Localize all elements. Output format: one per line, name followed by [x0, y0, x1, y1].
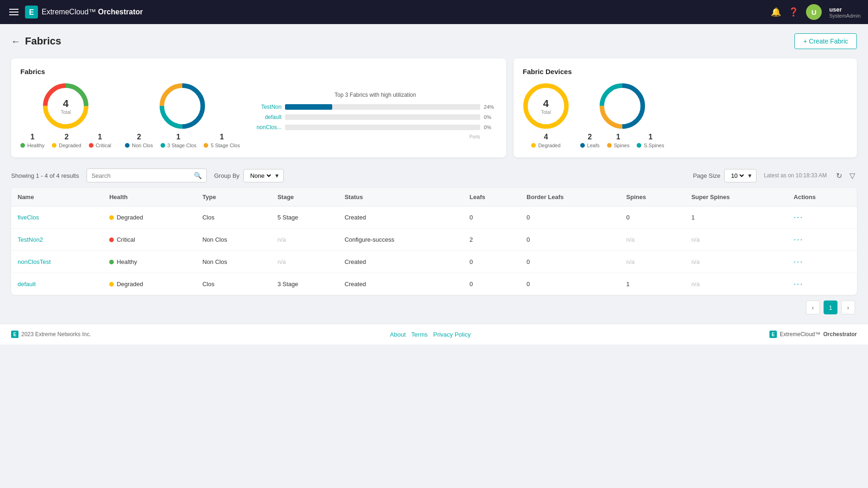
fabrics-card-title: Fabrics: [20, 68, 497, 75]
cards-row: Fabrics: [11, 58, 857, 157]
bar-pct-1: 0%: [484, 114, 497, 120]
table-row: nonClosTest Healthy Non Clos n/a Created…: [11, 251, 857, 273]
latest-text: Latest as on 10:18:33 AM: [764, 172, 827, 179]
health-total-number: 4: [61, 98, 71, 110]
nonclos-dot: [125, 143, 130, 148]
filter-button[interactable]: ▽: [848, 169, 857, 182]
actions-menu-button[interactable]: ···: [794, 279, 803, 288]
search-box[interactable]: 🔍: [87, 169, 207, 182]
health-status-dot: [109, 260, 114, 264]
next-page-button[interactable]: ›: [841, 300, 855, 314]
prev-page-button[interactable]: ‹: [806, 300, 820, 314]
cell-stage: n/a: [271, 229, 338, 251]
5stage-dot: [204, 143, 208, 148]
page-size-select-wrap[interactable]: 10 25 50 ▾: [724, 169, 756, 182]
footer-brand-icon: E: [769, 331, 777, 338]
spines-dot: [607, 143, 612, 148]
table-header: Name Health Type Stage Status Leafs Bord…: [11, 188, 857, 206]
fabrics-inner: 4 Total 1 Healthy 2: [20, 83, 497, 148]
footer-privacy-link[interactable]: Privacy Policy: [433, 331, 471, 338]
cell-actions[interactable]: ···: [787, 206, 857, 229]
help-icon[interactable]: ❓: [788, 7, 799, 17]
cell-name: default: [11, 273, 103, 295]
legend-nonclos: 2 Non Clos: [125, 133, 153, 148]
cell-leafs: 0: [463, 251, 520, 273]
footer-terms-link[interactable]: Terms: [411, 331, 428, 338]
footer-about-link[interactable]: About: [390, 331, 406, 338]
back-button[interactable]: ←: [11, 36, 20, 47]
chevron-down-icon-2: ▾: [748, 172, 751, 179]
page-content: ← Fabrics + Create Fabric Fabrics: [0, 24, 868, 324]
bar-pct-2: 0%: [484, 125, 497, 130]
showing-text: Showing 1 - 4 of 4 results: [11, 172, 79, 179]
table-row: TestNon2 Critical Non Clos n/a Configure…: [11, 229, 857, 251]
cell-health: Healthy: [103, 251, 196, 273]
toolbar-icons: ↻ ▽: [834, 169, 857, 182]
svg-text:E: E: [13, 332, 17, 337]
footer-brand: ExtremeCloud™: [780, 331, 820, 338]
devices-legend-degraded: 4 Degraded: [531, 133, 560, 148]
cell-status: Created: [338, 251, 463, 273]
page-1-button[interactable]: 1: [824, 300, 837, 314]
devices-health-legend: 4 Degraded: [531, 133, 560, 148]
group-by-select[interactable]: None: [248, 172, 273, 180]
actions-menu-button[interactable]: ···: [794, 213, 803, 222]
health-label: Critical: [117, 236, 135, 243]
cell-border-leafs: 0: [520, 251, 620, 273]
devices-card-title: Fabric Devices: [523, 68, 848, 75]
bar-axis-label: Ports: [254, 134, 496, 139]
group-by-control: Group By None ▾: [214, 169, 284, 182]
cell-health: Critical: [103, 229, 196, 251]
devices-type-legend: 2 Leafs 1 Spines: [580, 133, 664, 148]
health-status-dot: [109, 238, 114, 242]
create-fabric-button[interactable]: + Create Fabric: [794, 33, 857, 49]
menu-button[interactable]: [7, 7, 20, 17]
type-legend: 2 Non Clos 1 3 Stage Clos: [125, 133, 240, 148]
cell-leafs: 2: [463, 229, 520, 251]
col-spines: Spines: [620, 188, 685, 206]
actions-menu-button[interactable]: ···: [794, 235, 803, 244]
cell-name: nonClosTest: [11, 251, 103, 273]
cell-status: Configure-success: [338, 229, 463, 251]
footer-product: Orchestrator: [823, 331, 857, 338]
brand-logo: E ExtremeCloud™ Orchestrator: [25, 6, 143, 19]
cell-actions[interactable]: ···: [787, 251, 857, 273]
refresh-button[interactable]: ↻: [834, 169, 844, 182]
health-total-label: Total: [61, 110, 71, 115]
page-title: Fabrics: [25, 35, 61, 47]
actions-menu-button[interactable]: ···: [794, 257, 803, 266]
group-by-label: Group By: [214, 172, 240, 179]
avatar[interactable]: U: [806, 4, 822, 20]
notification-icon[interactable]: 🔔: [771, 7, 781, 17]
legend-critical: 1 Critical: [89, 133, 112, 148]
devices-legend-leafs: 2 Leafs: [580, 133, 600, 148]
bar-track-0: [285, 104, 480, 110]
header-right: 🔔 ❓ U user SystemAdmin: [771, 4, 861, 20]
header: E ExtremeCloud™ Orchestrator 🔔 ❓ U user …: [0, 0, 868, 24]
search-input[interactable]: [92, 172, 191, 179]
svg-text:E: E: [772, 332, 775, 337]
degraded-dot: [52, 143, 56, 148]
table-row: default Degraded Clos 3 Stage Created 0 …: [11, 273, 857, 295]
bar-row-2: nonClos... 0%: [254, 124, 496, 131]
cell-stage: n/a: [271, 251, 338, 273]
user-name: user: [829, 6, 861, 13]
devices-legend-sspines: 1 S.Spines: [637, 133, 664, 148]
col-super-spines: Super Spines: [685, 188, 787, 206]
col-health: Health: [103, 188, 196, 206]
cell-border-leafs: 0: [520, 206, 620, 229]
cell-health: Degraded: [103, 273, 196, 295]
cell-name: TestNon2: [11, 229, 103, 251]
cell-border-leafs: 0: [520, 273, 620, 295]
cell-actions[interactable]: ···: [787, 229, 857, 251]
fabrics-card: Fabrics: [11, 58, 506, 157]
devices-inner: 4 Total 4 Degraded: [523, 83, 848, 148]
cell-actions[interactable]: ···: [787, 273, 857, 295]
healthy-dot: [20, 143, 25, 148]
bar-row-0: TestNon 24%: [254, 104, 496, 110]
cell-type: Clos: [196, 273, 271, 295]
bar-label-1: default: [254, 114, 281, 120]
page-size-select[interactable]: 10 25 50: [729, 172, 745, 180]
bar-chart-section: Top 3 Fabrics with high utilization Test…: [254, 92, 496, 139]
group-by-select-wrap[interactable]: None ▾: [243, 169, 284, 182]
